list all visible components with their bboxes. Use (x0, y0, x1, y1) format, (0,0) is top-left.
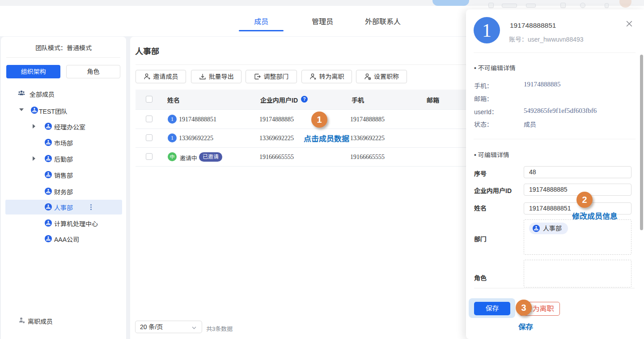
svg-text:?: ? (303, 97, 305, 102)
